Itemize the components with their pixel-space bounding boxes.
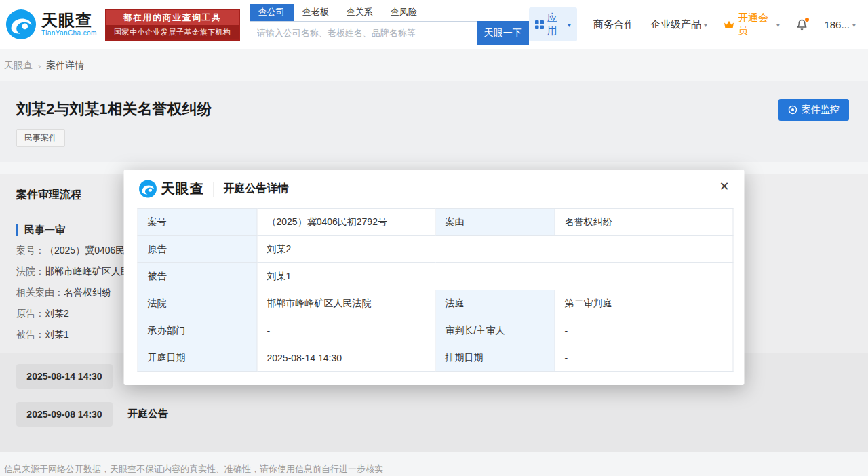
modal-header: 天眼查 开庭公告详情 ✕ <box>124 170 745 205</box>
table-row: 法院 邯郸市峰峰矿区人民法院 法庭 第二审判庭 <box>138 290 733 317</box>
cell-label: 审判长/主审人 <box>435 317 555 344</box>
notification-bell-icon[interactable] <box>796 18 808 31</box>
chevron-down-icon: ▾ <box>704 21 708 28</box>
navbar-menu: 应用 ▾ 商务合作 企业级产品 ▾ 开通会员 ▾ <box>529 7 856 41</box>
tianyancha-logo-icon <box>139 180 157 198</box>
tianyancha-logo[interactable]: 天眼查 TianYanCha.com <box>5 9 97 40</box>
search-tabs: 查公司 查老板 查关系 查风险 <box>250 4 529 21</box>
field-label: 相关案由： <box>16 287 64 298</box>
search-tab-company[interactable]: 查公司 <box>250 4 294 21</box>
breadcrumb-separator-icon: › <box>38 61 41 71</box>
promo-badge-line1: 都在用的商业查询工具 <box>106 10 239 25</box>
timeline-event-link[interactable]: 开庭公告 <box>127 408 168 420</box>
breadcrumb-current: 案件详情 <box>46 60 84 72</box>
table-row: 开庭日期 2025-08-14 14:30 排期日期 - <box>138 344 733 372</box>
business-cooperation-label: 商务合作 <box>593 18 634 31</box>
search-button[interactable]: 天眼一下 <box>477 21 529 45</box>
promo-badge-line2: 国家中小企业发展子基金旗下机构 <box>106 25 239 39</box>
logo-domain-text: TianYanCha.com <box>41 30 97 37</box>
cell-label: 被告 <box>138 263 257 290</box>
enterprise-products-menu[interactable]: 企业级产品 ▾ <box>650 18 707 31</box>
notification-dot <box>805 18 809 22</box>
cell-label: 案由 <box>435 209 555 236</box>
table-row: 原告 刘某2 <box>138 236 733 263</box>
cell-value: 2025-08-14 14:30 <box>257 344 435 372</box>
breadcrumb-home-link[interactable]: 天眼查 <box>4 60 33 72</box>
close-icon[interactable]: ✕ <box>719 180 729 193</box>
timeline-date-chip[interactable]: 2025-09-08 14:30 <box>16 402 113 427</box>
case-monitor-button[interactable]: 案件监控 <box>778 99 849 121</box>
search-tab-risk[interactable]: 查风险 <box>382 4 426 21</box>
apps-menu[interactable]: 应用 ▾ <box>529 7 577 41</box>
table-row: 承办部门 - 审判长/主审人 - <box>138 317 733 344</box>
cell-value: - <box>555 344 733 372</box>
modal-tianyancha-logo: 天眼查 <box>139 180 204 198</box>
field-label: 法院： <box>16 266 45 277</box>
search-input[interactable] <box>250 21 477 45</box>
cell-value: 刘某1 <box>257 263 733 290</box>
cell-value: （2025）冀0406民初2792号 <box>257 209 435 236</box>
modal-brand-text: 天眼查 <box>161 180 204 198</box>
cell-value: 名誉权纠纷 <box>555 209 733 236</box>
cell-value: 邯郸市峰峰矿区人民法院 <box>257 290 435 317</box>
account-phone-label: 186... <box>824 19 850 31</box>
field-value: 刘某2 <box>45 308 69 319</box>
promo-badge: 都在用的商业查询工具 国家中小企业发展子基金旗下机构 <box>105 9 240 41</box>
chevron-down-icon: ▾ <box>568 21 572 28</box>
crown-icon <box>724 20 734 29</box>
field-label: 原告： <box>16 308 45 319</box>
vip-menu[interactable]: 开通会员 ▾ <box>724 12 780 37</box>
case-type-badge: 民事案件 <box>16 129 65 147</box>
field-label: 被告： <box>16 329 45 340</box>
timeline-connector <box>111 390 111 405</box>
field-label: 案号： <box>16 245 45 256</box>
cell-value: - <box>555 317 733 344</box>
cell-label: 排期日期 <box>435 344 555 372</box>
table-row: 案号 （2025）冀0406民初2792号 案由 名誉权纠纷 <box>138 209 733 236</box>
vip-label: 开通会员 <box>738 12 773 37</box>
chevron-down-icon: ▾ <box>776 21 781 28</box>
breadcrumb: 天眼查 › 案件详情 <box>0 49 868 81</box>
field-value: 名誉权纠纷 <box>64 287 111 298</box>
apps-label: 应用 <box>547 12 564 37</box>
search-tab-boss[interactable]: 查老板 <box>294 4 338 21</box>
cell-label: 法庭 <box>435 290 555 317</box>
case-header: 刘某2与刘某1相关名誉权纠纷 民事案件 案件监控 <box>0 81 868 162</box>
chevron-down-icon: ▾ <box>852 21 856 28</box>
logo-brand-text: 天眼查 <box>41 12 97 28</box>
cell-value: 刘某2 <box>257 236 733 263</box>
enterprise-products-label: 企业级产品 <box>650 18 701 31</box>
search-block: 查公司 查老板 查关系 查风险 天眼一下 <box>250 4 529 45</box>
vertical-divider <box>214 182 214 197</box>
cell-label: 原告 <box>138 236 257 263</box>
timeline-item: 2025-09-08 14:30 开庭公告 <box>16 402 852 427</box>
hearing-detail-modal: 天眼查 开庭公告详情 ✕ 案号 （2025）冀0406民初2792号 案由 名誉… <box>124 170 745 385</box>
cell-label: 法院 <box>138 290 257 317</box>
grid-icon <box>535 20 544 29</box>
account-phone-menu[interactable]: 186... ▾ <box>824 19 856 31</box>
disclaimer-footer: 信息来源于网络公开数据，天眼查不保证内容的真实性、准确性，请你使用信息前自行进一… <box>0 452 868 475</box>
page-title: 刘某2与刘某1相关名誉权纠纷 <box>16 99 849 119</box>
monitor-button-label: 案件监控 <box>802 104 840 116</box>
field-value: 刘某1 <box>45 329 69 340</box>
cell-label: 开庭日期 <box>138 344 257 372</box>
cell-value: 第二审判庭 <box>555 290 733 317</box>
monitor-icon <box>788 105 797 115</box>
cell-label: 案号 <box>138 209 257 236</box>
business-cooperation-link[interactable]: 商务合作 <box>593 18 634 31</box>
top-navbar: 天眼查 TianYanCha.com 都在用的商业查询工具 国家中小企业发展子基… <box>0 0 868 49</box>
cell-label: 承办部门 <box>138 317 257 344</box>
search-tab-relation[interactable]: 查关系 <box>338 4 382 21</box>
table-row: 被告 刘某1 <box>138 263 733 290</box>
timeline-date-chip[interactable]: 2025-08-14 14:30 <box>16 364 113 389</box>
hearing-detail-table: 案号 （2025）冀0406民初2792号 案由 名誉权纠纷 原告 刘某2 被告… <box>138 208 734 372</box>
modal-title: 开庭公告详情 <box>224 182 289 196</box>
tianyancha-logo-icon <box>5 9 37 40</box>
cell-value: - <box>257 317 435 344</box>
